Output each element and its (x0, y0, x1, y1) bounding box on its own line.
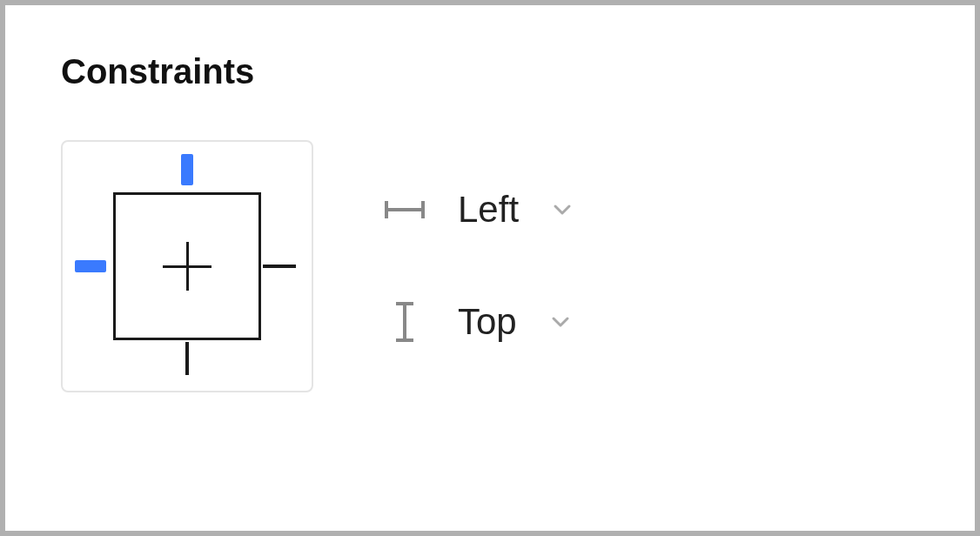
constraint-inner-box (113, 192, 261, 340)
pin-top-indicator[interactable] (181, 154, 193, 185)
pin-right-indicator[interactable] (263, 265, 296, 268)
vertical-arrows-icon (383, 300, 426, 344)
chevron-down-icon (550, 198, 574, 222)
pin-left-indicator[interactable] (75, 260, 106, 272)
vertical-constraint-label: Top (458, 301, 517, 343)
vertical-constraint-dropdown[interactable]: Top (383, 300, 574, 344)
constraint-dropdowns: Left Top (383, 189, 574, 344)
horizontal-constraint-dropdown[interactable]: Left (383, 189, 574, 231)
constraints-row: Left Top (61, 140, 919, 392)
horizontal-constraint-label: Left (458, 189, 519, 231)
constraint-visual-widget[interactable] (61, 140, 313, 392)
pin-bottom-indicator[interactable] (185, 342, 189, 375)
section-title: Constraints (61, 52, 919, 91)
constraints-panel: Constraints Left (5, 5, 975, 531)
center-cross-vertical[interactable] (186, 242, 189, 291)
horizontal-arrows-icon (383, 198, 426, 222)
chevron-down-icon (548, 310, 573, 334)
